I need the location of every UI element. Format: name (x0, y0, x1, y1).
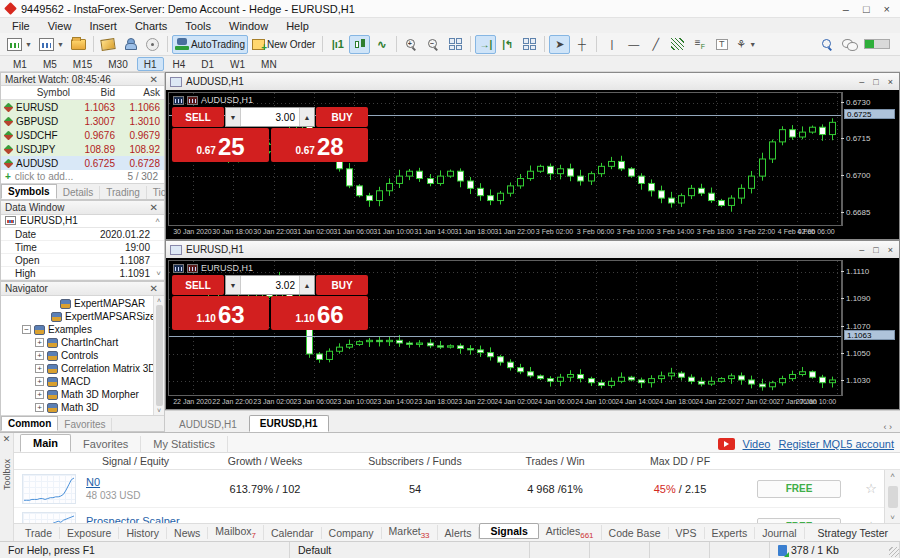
chart-minimize-button[interactable]: – (859, 245, 864, 255)
navigator-toggle[interactable] (120, 35, 141, 54)
volume-up-button[interactable]: ▲ (299, 108, 314, 126)
new-order-button[interactable]: New Order (249, 35, 318, 54)
navigator-item[interactable]: +Controls (1, 349, 164, 362)
maximize-button[interactable]: □ (863, 3, 870, 15)
favorite-star-icon[interactable]: ☆ (858, 481, 884, 496)
profiles-button[interactable]: ▼ (36, 35, 67, 54)
toolbox-tab-exposure[interactable]: Exposure (60, 527, 119, 539)
toolbox-tab-code-base[interactable]: Code Base (602, 527, 669, 539)
expand-icon[interactable]: + (35, 377, 44, 386)
chart-minimize-button[interactable]: – (859, 77, 864, 87)
signals-button[interactable] (142, 35, 163, 54)
expand-icon[interactable]: + (35, 364, 44, 373)
navigator-item[interactable]: +Correlation Matrix 3D (1, 362, 164, 375)
timeframe-h4[interactable]: H4 (166, 57, 193, 71)
menu-item-insert[interactable]: Insert (81, 20, 125, 32)
navigator-scrollbar[interactable]: ˄ ˅ (153, 296, 164, 415)
objects-button[interactable]: ⚘▼ (733, 35, 759, 54)
toolbox-tab-mailbox[interactable]: Mailbox7 (208, 525, 264, 540)
navigator-tab-favorites[interactable]: Favorites (58, 418, 112, 431)
timeframe-m15[interactable]: M15 (66, 57, 99, 71)
navigator-item[interactable]: ExpertMAPSAR (1, 297, 164, 310)
toolbox-tab-signals[interactable]: Signals (479, 523, 538, 539)
free-button[interactable]: FREE (757, 518, 841, 524)
menu-item-window[interactable]: Window (221, 20, 276, 32)
toolbox-tab-news[interactable]: News (167, 527, 208, 539)
fibonacci-button[interactable] (667, 35, 688, 54)
chart-maximize-button[interactable]: □ (873, 77, 878, 87)
channels-button[interactable]: ≡F (689, 35, 710, 54)
cursor-button[interactable]: ➤ (549, 35, 570, 54)
video-link[interactable]: Video (743, 438, 771, 450)
market-watch-tab-symbols[interactable]: Symbols (1, 184, 57, 199)
toolbox-tab-trade[interactable]: Trade (18, 527, 60, 539)
expand-icon[interactable]: + (35, 338, 44, 347)
menu-item-charts[interactable]: Charts (127, 20, 175, 32)
chart-plot[interactable]: AUDUSD,H1SELL▼3.00▲BUY0.67250.6728 (168, 92, 842, 226)
signal-name-link[interactable]: N0 (86, 476, 140, 488)
candle-chart-button[interactable] (349, 35, 370, 54)
buy-button[interactable]: BUY (316, 275, 368, 295)
toolbox-tab-articles[interactable]: Articles661 (539, 525, 602, 540)
toolbox-tab-vps[interactable]: VPS (669, 527, 705, 539)
data-window-close-icon[interactable]: ✕ (148, 202, 160, 213)
volume-down-button[interactable]: ▼ (226, 276, 241, 294)
toolbox-tab-alerts[interactable]: Alerts (438, 527, 480, 539)
zoom-out-button[interactable]: − (423, 35, 444, 54)
buy-price[interactable]: 0.6728 (271, 128, 368, 162)
signals-scrollbar[interactable]: ˄ ˅ (884, 470, 900, 523)
signal-row[interactable]: N048 033 USD613.79% / 102544 968 /61%45%… (14, 470, 900, 508)
chat-button[interactable] (839, 35, 861, 54)
trendline-button[interactable]: ╱ (645, 35, 666, 54)
line-chart-button[interactable]: ∿ (371, 35, 392, 54)
market-watch-row-eurusd[interactable]: EURUSD1.10631.1066 (1, 100, 164, 114)
status-profile[interactable]: Default (290, 542, 530, 558)
market-watch-row-audusd[interactable]: AUDUSD0.67250.6728 (1, 156, 164, 170)
navigator-item[interactable]: −Examples (1, 323, 164, 336)
timeframe-m1[interactable]: M1 (6, 57, 34, 71)
crosshair-button[interactable]: ┼ (571, 35, 592, 54)
vertical-line-button[interactable]: | (601, 35, 622, 54)
market-watch-add-row[interactable]: + click to add... 5 / 302 (1, 170, 164, 183)
scroll-thumb[interactable] (888, 486, 898, 508)
navigator-item[interactable]: ExpertMAPSARSizeOptim (1, 310, 164, 323)
autotrading-button[interactable]: AutoTrading (172, 35, 248, 54)
menu-item-tools[interactable]: Tools (177, 20, 219, 32)
toolbox-tab-calendar[interactable]: Calendar (264, 527, 322, 539)
scroll-up-icon[interactable]: ˄ (157, 297, 161, 304)
market-watch-toggle[interactable] (98, 35, 119, 54)
navigator-item[interactable]: +Math 3D Morpher (1, 388, 164, 401)
minimize-button[interactable]: – (843, 3, 849, 15)
chart-shift-button[interactable]: |↰ (497, 35, 518, 54)
chart-tab-eurusd[interactable]: EURUSD,H1 (249, 415, 329, 432)
market-watch-tab-details[interactable]: Details (57, 186, 101, 199)
market-watch-row-gbpusd[interactable]: GBPUSD1.30071.3010 (1, 114, 164, 128)
close-button[interactable]: × (884, 3, 890, 15)
expand-icon[interactable]: + (35, 351, 44, 360)
timeframe-d1[interactable]: D1 (194, 57, 221, 71)
chart-maximize-button[interactable]: □ (873, 245, 878, 255)
timeframe-mn[interactable]: MN (254, 57, 284, 71)
new-window-button[interactable] (519, 35, 540, 54)
scroll-thumb[interactable] (156, 305, 163, 406)
sell-button[interactable]: SELL (172, 107, 224, 127)
signal-row[interactable]: Prospector Scalper EA201.54% / 912653 43… (14, 508, 900, 523)
navigator-item[interactable]: +MACD (1, 375, 164, 388)
price-axis[interactable]: 0.67300.67150.67000.66850.6725 (842, 92, 899, 226)
scroll-down-icon[interactable]: ˅ (156, 269, 161, 278)
toolbox-close-icon[interactable]: ✕ (3, 433, 11, 445)
auto-scroll-button[interactable]: →| (475, 35, 496, 54)
zoom-in-button[interactable]: + (401, 35, 422, 54)
market-watch-row-usdjpy[interactable]: USDJPY108.89108.92 (1, 142, 164, 156)
menu-item-help[interactable]: Help (278, 20, 317, 32)
sell-button[interactable]: SELL (172, 275, 224, 295)
market-watch-close-icon[interactable]: ✕ (148, 74, 160, 85)
expand-icon[interactable]: + (35, 403, 44, 412)
scroll-up-icon[interactable]: ˄ (890, 471, 895, 480)
volume-down-button[interactable]: ▼ (226, 108, 241, 126)
buy-price[interactable]: 1.1066 (271, 296, 368, 330)
strategy-tester-label[interactable]: Strategy Tester (818, 527, 896, 539)
sell-price[interactable]: 0.6725 (172, 128, 269, 162)
navigator-item[interactable]: +Moving Average (1, 414, 164, 415)
favorite-star-icon[interactable]: ☆ (858, 519, 884, 523)
